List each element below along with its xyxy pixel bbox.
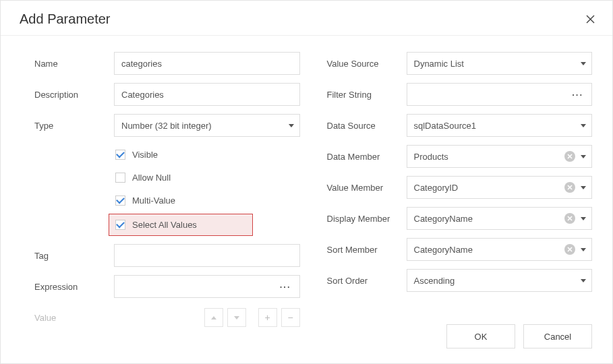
visible-checkbox[interactable] xyxy=(115,150,125,160)
type-select-text: Number (32 bit integer) xyxy=(121,121,289,131)
dialog-title: Add Parameter xyxy=(20,11,111,27)
description-input[interactable] xyxy=(114,83,300,106)
add-parameter-dialog: Add Parameter Name Description xyxy=(0,0,613,364)
close-icon xyxy=(586,15,595,24)
tag-input[interactable] xyxy=(114,244,300,267)
multi-value-checkbox[interactable] xyxy=(115,195,125,206)
value-member-row: Value Member CategoryID xyxy=(327,176,593,199)
clear-icon xyxy=(567,216,573,221)
sort-member-row: Sort Member CategoryName xyxy=(327,238,593,261)
select-all-checkbox[interactable] xyxy=(115,220,125,230)
value-up-button[interactable] xyxy=(204,308,223,327)
clear-icon xyxy=(567,185,573,190)
clear-icon xyxy=(567,247,573,252)
dialog-footer: OK Cancel xyxy=(446,324,592,348)
data-member-clear-button[interactable] xyxy=(564,151,575,162)
data-member-select-text: Products xyxy=(414,152,565,162)
multi-value-checkbox-label: Multi-Value xyxy=(132,195,175,206)
data-source-row: Data Source sqlDataSource1 xyxy=(327,114,593,137)
multi-value-checkbox-row: Multi-Value xyxy=(114,191,300,210)
name-label: Name xyxy=(34,59,114,69)
right-column: Value Source Dynamic List Filter String … xyxy=(327,52,593,329)
expression-label: Expression xyxy=(34,282,114,292)
display-member-row: Display Member CategoryName xyxy=(327,207,593,230)
expression-row: Expression ··· xyxy=(34,275,300,298)
visible-checkbox-row: Visible xyxy=(114,145,300,164)
sort-member-select-text: CategoryName xyxy=(414,245,565,255)
clear-icon xyxy=(567,154,573,159)
allow-null-checkbox-label: Allow Null xyxy=(132,173,171,183)
value-member-select-text: CategoryID xyxy=(414,183,565,193)
sort-order-row: Sort Order Ascending xyxy=(327,269,593,292)
value-row: Value + − xyxy=(34,306,300,329)
chevron-down-icon xyxy=(581,248,586,251)
type-row: Type Number (32 bit integer) xyxy=(34,114,300,137)
close-button[interactable] xyxy=(584,13,596,26)
tag-label: Tag xyxy=(34,251,114,261)
data-source-select-text: sqlDataSource1 xyxy=(414,121,581,131)
sort-member-clear-button[interactable] xyxy=(564,244,575,255)
data-member-label: Data Member xyxy=(327,152,407,162)
chevron-down-icon xyxy=(581,155,586,158)
filter-string-row: Filter String ··· xyxy=(327,83,593,106)
checkboxes-row: Visible Allow Null Multi-Value Select Al… xyxy=(34,145,300,236)
chevron-down-icon xyxy=(289,124,294,127)
sort-order-select-text: Ascending xyxy=(414,276,581,286)
value-add-button[interactable]: + xyxy=(258,308,277,327)
ellipsis-icon: ··· xyxy=(572,90,583,100)
value-member-clear-button[interactable] xyxy=(564,182,575,193)
value-remove-button[interactable]: − xyxy=(281,308,300,327)
sort-order-label: Sort Order xyxy=(327,276,407,286)
chevron-down-icon xyxy=(581,217,586,220)
display-member-clear-button[interactable] xyxy=(564,213,575,224)
name-row: Name xyxy=(34,52,300,75)
ok-button[interactable]: OK xyxy=(446,324,515,348)
value-member-label: Value Member xyxy=(327,183,407,193)
value-down-button[interactable] xyxy=(227,308,246,327)
display-member-label: Display Member xyxy=(327,214,407,224)
display-member-select[interactable]: CategoryName xyxy=(407,207,593,230)
data-source-select[interactable]: sqlDataSource1 xyxy=(407,114,593,137)
chevron-down-icon xyxy=(581,62,586,65)
display-member-select-text: CategoryName xyxy=(414,214,565,224)
chevron-down-icon xyxy=(581,124,586,127)
chevron-down-icon xyxy=(581,279,586,282)
value-member-select[interactable]: CategoryID xyxy=(407,176,593,199)
allow-null-checkbox-row: Allow Null xyxy=(114,168,300,187)
sort-member-select[interactable]: CategoryName xyxy=(407,238,593,261)
left-column: Name Description Type Number (32 bit int… xyxy=(21,52,300,329)
type-select[interactable]: Number (32 bit integer) xyxy=(114,114,300,137)
value-spinner-group: + − xyxy=(114,308,300,327)
value-source-label: Value Source xyxy=(327,59,407,69)
dialog-header: Add Parameter xyxy=(1,1,612,36)
expression-input[interactable]: ··· xyxy=(114,275,300,298)
chevron-down-icon xyxy=(581,186,586,189)
allow-null-checkbox[interactable] xyxy=(115,173,125,183)
data-source-label: Data Source xyxy=(327,121,407,131)
value-source-select-text: Dynamic List xyxy=(414,59,581,69)
description-row: Description xyxy=(34,83,300,106)
value-source-row: Value Source Dynamic List xyxy=(327,52,593,75)
cancel-button[interactable]: Cancel xyxy=(523,324,592,348)
visible-checkbox-label: Visible xyxy=(132,150,158,160)
select-all-checkbox-row: Select All Values xyxy=(109,214,253,236)
sort-member-label: Sort Member xyxy=(327,245,407,255)
sort-order-select[interactable]: Ascending xyxy=(407,269,593,292)
value-label: Value xyxy=(34,313,114,323)
description-label: Description xyxy=(34,90,114,100)
type-label: Type xyxy=(34,121,114,131)
filter-string-label: Filter String xyxy=(327,90,407,100)
data-member-row: Data Member Products xyxy=(327,145,593,168)
data-member-select[interactable]: Products xyxy=(407,145,593,168)
dialog-body: Name Description Type Number (32 bit int… xyxy=(1,36,612,336)
select-all-checkbox-label: Select All Values xyxy=(132,220,197,230)
value-source-select[interactable]: Dynamic List xyxy=(407,52,593,75)
filter-string-input[interactable]: ··· xyxy=(407,83,593,106)
tag-row: Tag xyxy=(34,244,300,267)
name-input[interactable] xyxy=(114,52,300,75)
ellipsis-icon: ··· xyxy=(280,282,291,292)
